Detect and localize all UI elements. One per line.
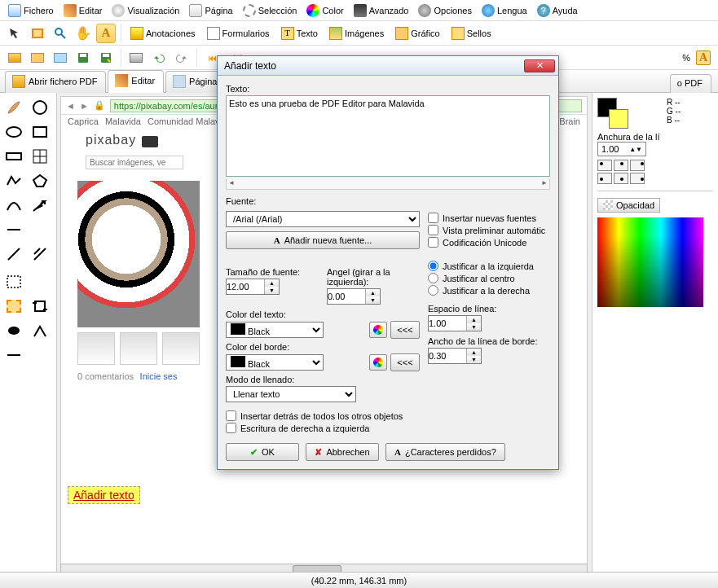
placeholder-button-1[interactable]: [28, 48, 47, 68]
tab-open-file[interactable]: Abrir fichero PDF: [5, 71, 106, 93]
text-color-revert-button[interactable]: <<<: [390, 321, 420, 339]
ellipse-tool[interactable]: [3, 122, 24, 142]
angle-tool[interactable]: [29, 321, 51, 340]
bookmark[interactable]: Malavida: [105, 116, 141, 126]
up-icon[interactable]: ▲: [467, 316, 481, 323]
insert-behind-checkbox[interactable]: Insertar detrás de todos los otros objet…: [226, 410, 550, 421]
missing-chars-button[interactable]: A¿Caracteres perdidos?: [385, 443, 505, 461]
angle-spinner[interactable]: ▲▼: [327, 288, 381, 305]
font-size-spinner[interactable]: ▲▼: [226, 279, 280, 295]
hrect-tool[interactable]: [3, 147, 24, 166]
nav-back-icon[interactable]: ◄: [66, 101, 75, 111]
open-button[interactable]: [5, 48, 24, 68]
anchor-grid[interactable]: [597, 160, 713, 184]
menu-visualizacion[interactable]: Visualización: [108, 2, 183, 19]
forms-button[interactable]: Formularios: [203, 25, 274, 42]
grid-tool[interactable]: [29, 147, 51, 166]
print-button[interactable]: [126, 48, 146, 68]
menu-fichero[interactable]: Fichero: [5, 2, 57, 19]
thumbnail[interactable]: [120, 332, 157, 365]
anchor[interactable]: [630, 160, 645, 171]
tab-right-cut[interactable]: o PDF: [670, 74, 711, 93]
hand-tool[interactable]: ✋: [73, 24, 93, 43]
bookmark[interactable]: Caprica: [68, 116, 99, 126]
menu-lengua[interactable]: Lengua: [478, 2, 531, 19]
text-insert-highlight[interactable]: Añadir texto: [68, 486, 140, 504]
justify-left-radio[interactable]: Justificar a la izquierda: [428, 261, 550, 271]
text-tool[interactable]: A: [96, 24, 116, 43]
dline-tool[interactable]: [3, 244, 24, 264]
placeholder-button-2[interactable]: [51, 48, 70, 68]
anchor[interactable]: [614, 173, 628, 184]
border-width-spinner[interactable]: ▲▼: [428, 348, 482, 364]
border-color-select[interactable]: [226, 354, 324, 371]
menu-ayuda[interactable]: ?Ayuda: [534, 2, 581, 19]
anchor[interactable]: [597, 173, 612, 184]
thumbnail[interactable]: [77, 332, 115, 365]
zoom-tool[interactable]: [51, 24, 70, 43]
brush-tool[interactable]: [3, 98, 24, 117]
annotations-button[interactable]: Anotaciones: [126, 25, 200, 42]
menu-opciones[interactable]: Opciones: [415, 2, 474, 19]
saveas-button[interactable]: [96, 48, 116, 68]
curve-tool[interactable]: [3, 195, 24, 215]
polygon-tool[interactable]: [29, 171, 51, 191]
opacity-button[interactable]: Opacidad: [597, 198, 660, 213]
up-icon[interactable]: ▲: [265, 279, 279, 287]
border-color-revert-button[interactable]: <<<: [390, 353, 420, 371]
down-icon[interactable]: ▼: [265, 287, 279, 294]
menu-seleccion[interactable]: Selección: [240, 2, 301, 19]
menu-color[interactable]: Color: [303, 2, 346, 19]
hline-tool[interactable]: [3, 220, 24, 239]
cancel-button[interactable]: ✘Abbrechen: [306, 443, 379, 461]
marquee-tool[interactable]: [3, 272, 24, 292]
auto-preview-checkbox[interactable]: Vista preliminar automátic: [428, 225, 550, 235]
justify-center-radio[interactable]: Justificar al centro: [428, 273, 550, 283]
anchor[interactable]: [614, 160, 628, 171]
color-swatches[interactable]: [597, 98, 630, 127]
down-icon[interactable]: ▼: [467, 323, 481, 331]
tab-edit[interactable]: Editar: [108, 70, 164, 93]
session-link[interactable]: Inicie ses: [140, 371, 178, 381]
down-icon[interactable]: ▼: [366, 296, 380, 304]
search-input[interactable]: [86, 156, 183, 169]
textarea-hscroll[interactable]: ◄►: [226, 178, 550, 190]
crop-tool[interactable]: [29, 296, 51, 316]
fill-mode-select[interactable]: Llenar texto: [226, 386, 356, 402]
text-color-picker-button[interactable]: [369, 322, 387, 338]
menu-editar[interactable]: Editar: [60, 2, 106, 19]
line-width-spinner[interactable]: 1.00▲▼: [597, 142, 646, 156]
anchor[interactable]: [597, 160, 612, 171]
font-size-value[interactable]: [227, 279, 264, 294]
close-button[interactable]: ✕: [524, 59, 555, 72]
up-icon[interactable]: ▲: [366, 289, 380, 296]
font-select[interactable]: /Arial (/Arial): [226, 211, 420, 227]
line-space-spinner[interactable]: ▲▼: [428, 315, 482, 331]
save-button[interactable]: [73, 48, 93, 68]
bookmark-distant[interactable]: Brain: [559, 116, 580, 126]
insert-fonts-checkbox[interactable]: Insertar nuevas fuentes: [428, 213, 550, 223]
images-button[interactable]: Imágenes: [325, 25, 388, 42]
text-input[interactable]: Esto es una prueba de PDF Editor para Ma…: [226, 95, 550, 177]
text-style-button[interactable]: A: [694, 48, 713, 68]
background-swatch[interactable]: [609, 109, 628, 129]
rtl-checkbox[interactable]: Escritura de derecha a izquierda: [226, 423, 550, 433]
add-font-button[interactable]: AAñadir nueva fuente...: [226, 231, 420, 249]
menu-pagina[interactable]: Página: [186, 2, 236, 19]
graphic-button[interactable]: Gráfico: [391, 25, 443, 42]
blur-tool[interactable]: [3, 321, 24, 340]
redo-button[interactable]: [172, 48, 192, 68]
ok-button[interactable]: ✔OK: [226, 443, 299, 461]
color-picker-gradient[interactable]: [597, 217, 703, 307]
select-rect-tool[interactable]: [28, 24, 47, 43]
down-icon[interactable]: ▼: [467, 356, 481, 363]
hline2-tool[interactable]: [3, 345, 24, 365]
undo-button[interactable]: [149, 48, 169, 68]
polyline-tool[interactable]: [3, 171, 24, 191]
up-icon[interactable]: ▲: [467, 349, 481, 356]
text-color-select[interactable]: [226, 322, 324, 338]
menu-avanzado[interactable]: Avanzado: [350, 2, 412, 19]
arrow-tool[interactable]: [29, 195, 51, 215]
dialog-titlebar[interactable]: Añadir texto ✕: [218, 56, 558, 76]
stamps-button[interactable]: Sellos: [447, 25, 496, 42]
